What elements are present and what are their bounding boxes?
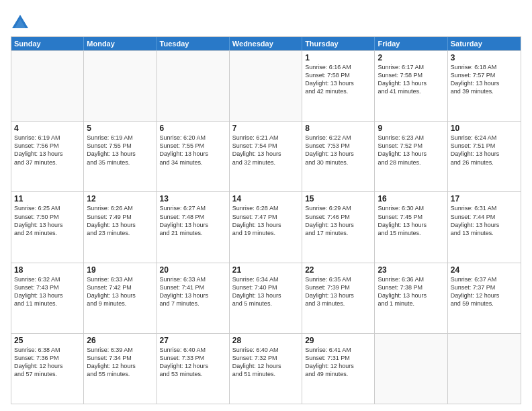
day-3: 3Sunrise: 6:18 AM Sunset: 7:57 PM Daylig… bbox=[448, 51, 521, 121]
day-23: 23Sunrise: 6:36 AM Sunset: 7:38 PM Dayli… bbox=[375, 263, 447, 333]
day-info: Sunrise: 6:20 AM Sunset: 7:55 PM Dayligh… bbox=[160, 134, 226, 167]
week-3: 11Sunrise: 6:25 AM Sunset: 7:50 PM Dayli… bbox=[11, 191, 521, 262]
day-number: 6 bbox=[160, 124, 226, 133]
day-number: 5 bbox=[87, 124, 153, 133]
day-5: 5Sunrise: 6:19 AM Sunset: 7:55 PM Daylig… bbox=[84, 122, 157, 191]
day-22: 22Sunrise: 6:35 AM Sunset: 7:39 PM Dayli… bbox=[302, 263, 375, 333]
header-day-thursday: Thursday bbox=[302, 37, 375, 50]
empty-cell bbox=[157, 51, 230, 121]
day-13: 13Sunrise: 6:27 AM Sunset: 7:48 PM Dayli… bbox=[157, 192, 230, 262]
logo bbox=[11, 13, 32, 32]
day-info: Sunrise: 6:39 AM Sunset: 7:34 PM Dayligh… bbox=[87, 346, 153, 379]
day-16: 16Sunrise: 6:30 AM Sunset: 7:45 PM Dayli… bbox=[375, 192, 447, 262]
day-info: Sunrise: 6:21 AM Sunset: 7:54 PM Dayligh… bbox=[232, 134, 299, 167]
calendar-body: 1Sunrise: 6:16 AM Sunset: 7:58 PM Daylig… bbox=[11, 50, 521, 404]
header-day-friday: Friday bbox=[375, 37, 447, 50]
day-17: 17Sunrise: 6:31 AM Sunset: 7:44 PM Dayli… bbox=[448, 192, 521, 262]
day-number: 13 bbox=[160, 194, 226, 203]
day-number: 19 bbox=[87, 265, 153, 275]
day-info: Sunrise: 6:36 AM Sunset: 7:38 PM Dayligh… bbox=[378, 275, 444, 308]
day-number: 27 bbox=[160, 336, 226, 345]
day-info: Sunrise: 6:25 AM Sunset: 7:50 PM Dayligh… bbox=[14, 204, 81, 237]
day-info: Sunrise: 6:26 AM Sunset: 7:49 PM Dayligh… bbox=[87, 204, 153, 237]
day-info: Sunrise: 6:38 AM Sunset: 7:36 PM Dayligh… bbox=[14, 346, 81, 379]
day-number: 16 bbox=[378, 194, 444, 203]
day-number: 21 bbox=[232, 265, 299, 275]
week-1: 1Sunrise: 6:16 AM Sunset: 7:58 PM Daylig… bbox=[11, 50, 521, 121]
day-29: 29Sunrise: 6:41 AM Sunset: 7:31 PM Dayli… bbox=[302, 334, 375, 404]
day-info: Sunrise: 6:28 AM Sunset: 7:47 PM Dayligh… bbox=[232, 204, 299, 237]
day-info: Sunrise: 6:37 AM Sunset: 7:37 PM Dayligh… bbox=[451, 275, 518, 308]
day-15: 15Sunrise: 6:29 AM Sunset: 7:46 PM Dayli… bbox=[302, 192, 375, 262]
day-number: 7 bbox=[232, 124, 299, 133]
day-info: Sunrise: 6:16 AM Sunset: 7:58 PM Dayligh… bbox=[305, 63, 371, 96]
day-number: 26 bbox=[87, 336, 153, 345]
header-day-tuesday: Tuesday bbox=[157, 37, 230, 50]
day-11: 11Sunrise: 6:25 AM Sunset: 7:50 PM Dayli… bbox=[11, 192, 84, 262]
day-number: 2 bbox=[378, 53, 444, 62]
empty-cell bbox=[11, 51, 84, 121]
empty-cell bbox=[448, 334, 521, 404]
day-info: Sunrise: 6:18 AM Sunset: 7:57 PM Dayligh… bbox=[451, 63, 518, 96]
day-info: Sunrise: 6:41 AM Sunset: 7:31 PM Dayligh… bbox=[305, 346, 371, 379]
week-5: 25Sunrise: 6:38 AM Sunset: 7:36 PM Dayli… bbox=[11, 333, 521, 404]
header-day-sunday: Sunday bbox=[11, 37, 84, 50]
day-info: Sunrise: 6:40 AM Sunset: 7:32 PM Dayligh… bbox=[232, 346, 299, 379]
day-info: Sunrise: 6:19 AM Sunset: 7:56 PM Dayligh… bbox=[14, 134, 81, 167]
day-number: 18 bbox=[14, 265, 81, 275]
day-number: 12 bbox=[87, 194, 153, 203]
day-info: Sunrise: 6:34 AM Sunset: 7:40 PM Dayligh… bbox=[232, 275, 299, 308]
day-number: 4 bbox=[14, 124, 81, 133]
header-day-monday: Monday bbox=[84, 37, 157, 50]
day-12: 12Sunrise: 6:26 AM Sunset: 7:49 PM Dayli… bbox=[84, 192, 157, 262]
day-info: Sunrise: 6:40 AM Sunset: 7:33 PM Dayligh… bbox=[160, 346, 226, 379]
day-number: 17 bbox=[451, 194, 518, 203]
day-8: 8Sunrise: 6:22 AM Sunset: 7:53 PM Daylig… bbox=[302, 122, 375, 191]
day-info: Sunrise: 6:17 AM Sunset: 7:58 PM Dayligh… bbox=[378, 63, 444, 96]
empty-cell bbox=[230, 51, 302, 121]
day-9: 9Sunrise: 6:23 AM Sunset: 7:52 PM Daylig… bbox=[375, 122, 447, 191]
day-number: 3 bbox=[451, 53, 518, 62]
day-info: Sunrise: 6:32 AM Sunset: 7:43 PM Dayligh… bbox=[14, 275, 81, 308]
day-24: 24Sunrise: 6:37 AM Sunset: 7:37 PM Dayli… bbox=[448, 263, 521, 333]
day-number: 28 bbox=[232, 336, 299, 345]
day-25: 25Sunrise: 6:38 AM Sunset: 7:36 PM Dayli… bbox=[11, 334, 84, 404]
day-number: 25 bbox=[14, 336, 81, 345]
day-info: Sunrise: 6:31 AM Sunset: 7:44 PM Dayligh… bbox=[451, 204, 518, 237]
empty-cell bbox=[375, 334, 447, 404]
day-number: 22 bbox=[305, 265, 371, 275]
header-day-wednesday: Wednesday bbox=[230, 37, 302, 50]
day-info: Sunrise: 6:35 AM Sunset: 7:39 PM Dayligh… bbox=[305, 275, 371, 308]
day-info: Sunrise: 6:33 AM Sunset: 7:41 PM Dayligh… bbox=[160, 275, 226, 308]
day-number: 23 bbox=[378, 265, 444, 275]
calendar-header: SundayMondayTuesdayWednesdayThursdayFrid… bbox=[11, 37, 521, 50]
day-18: 18Sunrise: 6:32 AM Sunset: 7:43 PM Dayli… bbox=[11, 263, 84, 333]
day-14: 14Sunrise: 6:28 AM Sunset: 7:47 PM Dayli… bbox=[230, 192, 302, 262]
day-info: Sunrise: 6:30 AM Sunset: 7:45 PM Dayligh… bbox=[378, 204, 444, 237]
empty-cell bbox=[84, 51, 157, 121]
day-number: 8 bbox=[305, 124, 371, 133]
day-info: Sunrise: 6:19 AM Sunset: 7:55 PM Dayligh… bbox=[87, 134, 153, 167]
day-2: 2Sunrise: 6:17 AM Sunset: 7:58 PM Daylig… bbox=[375, 51, 447, 121]
day-10: 10Sunrise: 6:24 AM Sunset: 7:51 PM Dayli… bbox=[448, 122, 521, 191]
calendar: SundayMondayTuesdayWednesdayThursdayFrid… bbox=[11, 36, 521, 404]
day-number: 1 bbox=[305, 53, 371, 62]
week-4: 18Sunrise: 6:32 AM Sunset: 7:43 PM Dayli… bbox=[11, 263, 521, 333]
day-info: Sunrise: 6:22 AM Sunset: 7:53 PM Dayligh… bbox=[305, 134, 371, 167]
day-info: Sunrise: 6:29 AM Sunset: 7:46 PM Dayligh… bbox=[305, 204, 371, 237]
week-2: 4Sunrise: 6:19 AM Sunset: 7:56 PM Daylig… bbox=[11, 121, 521, 191]
day-number: 14 bbox=[232, 194, 299, 203]
day-info: Sunrise: 6:33 AM Sunset: 7:42 PM Dayligh… bbox=[87, 275, 153, 308]
day-4: 4Sunrise: 6:19 AM Sunset: 7:56 PM Daylig… bbox=[11, 122, 84, 191]
day-number: 20 bbox=[160, 265, 226, 275]
day-7: 7Sunrise: 6:21 AM Sunset: 7:54 PM Daylig… bbox=[230, 122, 302, 191]
day-number: 11 bbox=[14, 194, 81, 203]
day-21: 21Sunrise: 6:34 AM Sunset: 7:40 PM Dayli… bbox=[230, 263, 302, 333]
logo-icon bbox=[11, 13, 30, 32]
day-info: Sunrise: 6:23 AM Sunset: 7:52 PM Dayligh… bbox=[378, 134, 444, 167]
day-27: 27Sunrise: 6:40 AM Sunset: 7:33 PM Dayli… bbox=[157, 334, 230, 404]
day-19: 19Sunrise: 6:33 AM Sunset: 7:42 PM Dayli… bbox=[84, 263, 157, 333]
day-20: 20Sunrise: 6:33 AM Sunset: 7:41 PM Dayli… bbox=[157, 263, 230, 333]
day-number: 24 bbox=[451, 265, 518, 275]
header-day-saturday: Saturday bbox=[448, 37, 521, 50]
